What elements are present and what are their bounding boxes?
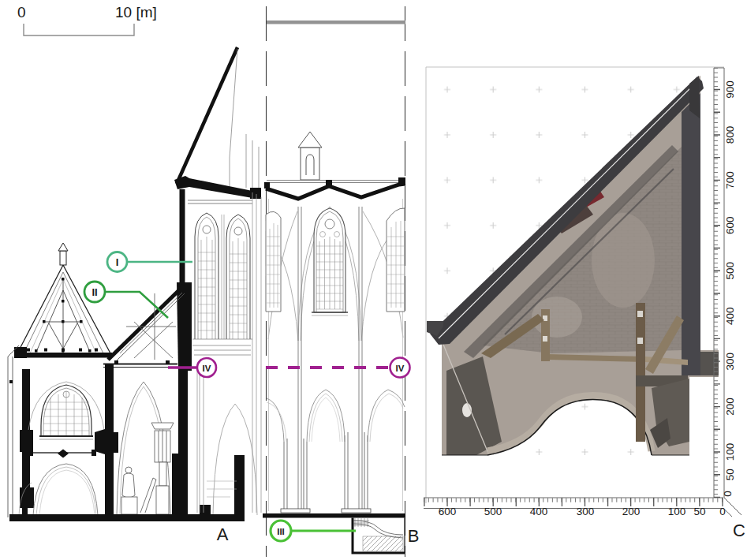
marker-iii-label: III	[277, 527, 285, 536]
ruler-right	[714, 68, 724, 498]
marker-iii: III	[271, 521, 356, 541]
x-tick: 400	[530, 506, 548, 517]
y-tick: 200	[724, 398, 736, 416]
panel-label-b: B	[408, 526, 420, 546]
statue	[121, 467, 137, 514]
chapel-window	[28, 382, 104, 439]
ruler-corner	[723, 498, 741, 517]
x-tick: 0	[719, 506, 726, 517]
buttress-lines	[252, 192, 261, 513]
nave-windows-b	[266, 208, 405, 315]
y-tick: 100	[724, 443, 736, 461]
right-dark-band	[682, 93, 700, 375]
figure-svg: 0 10 [m]	[0, 0, 747, 560]
x-tick: 600	[439, 506, 457, 517]
y-tick: 800	[724, 126, 736, 144]
left-outer-wall	[8, 345, 34, 517]
panel-letters: A B C	[217, 521, 745, 546]
scale-bar-bracket	[24, 24, 134, 35]
y-tick: 600	[724, 217, 736, 235]
eaves-lines	[267, 181, 405, 183]
floor-line-b	[263, 513, 405, 518]
section-drawing-a	[8, 47, 261, 521]
scale-bar-start-label: 0	[17, 4, 26, 21]
orthophoto-panel: 600 500 400 300 200 100 50 0 900 800 700…	[424, 67, 741, 517]
y-tick: 500	[724, 262, 736, 280]
nave-wall-cut	[172, 189, 192, 515]
nave-cornice	[174, 176, 261, 203]
roof-zigzag	[264, 177, 405, 199]
clerestory-windows	[192, 213, 252, 355]
ground-line-a	[9, 514, 245, 521]
marker-iv-a-label: IV	[203, 364, 211, 373]
ridge-turret	[298, 132, 322, 180]
y-tick: 700	[724, 171, 736, 189]
top-beam	[267, 21, 405, 24]
aisle-roof-truss	[103, 286, 185, 368]
y-tick: 0	[722, 491, 734, 497]
x-tick: 500	[484, 506, 502, 517]
y-tick: 900	[724, 80, 736, 99]
arcade	[267, 390, 405, 513]
spire	[177, 47, 259, 189]
marker-iv-b-label: IV	[396, 364, 405, 373]
y-tick: 50	[724, 469, 736, 480]
panel-label-a: A	[217, 525, 229, 544]
x-tick: 200	[622, 506, 641, 517]
x-tick: 100	[668, 506, 686, 517]
marker-ii-leader	[105, 292, 168, 318]
basement-duct	[353, 518, 405, 554]
x-tick: 50	[693, 506, 705, 517]
panel-label-c: C	[733, 521, 745, 540]
marker-iv-b: IV	[266, 358, 410, 378]
x-tick-labels: 600 500 400 300 200 100 50 0	[439, 506, 726, 517]
scale-bar-end-label: 10 [m]	[115, 4, 157, 21]
marker-iv-a: IV	[168, 358, 216, 377]
marker-i-label: I	[116, 256, 119, 268]
figure-canvas: 0 10 [m]	[0, 0, 747, 560]
x-tick: 300	[577, 506, 595, 517]
y-tick: 400	[724, 307, 736, 325]
y-tick: 300	[724, 353, 736, 371]
section-drawing-b	[263, 6, 405, 557]
marker-ii-label: II	[92, 286, 97, 298]
scale-bar: 0 10 [m]	[17, 4, 157, 35]
